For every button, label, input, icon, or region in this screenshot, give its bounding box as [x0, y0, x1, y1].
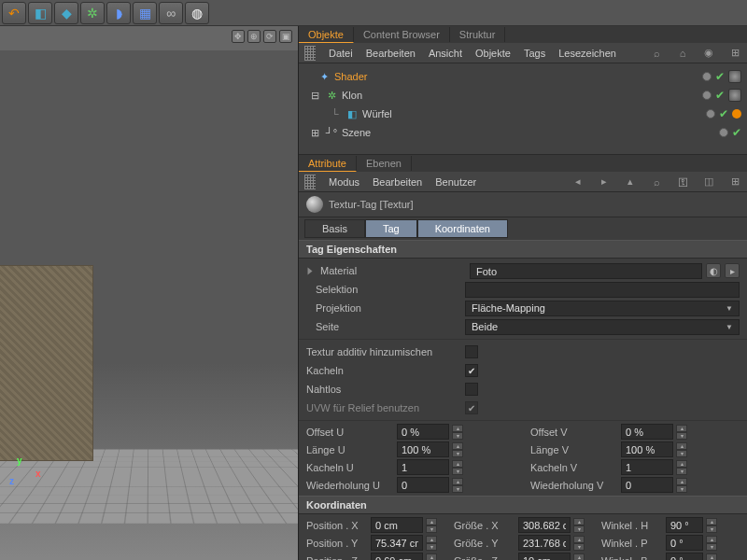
kacheln-v-field[interactable] [621, 459, 673, 475]
spinner[interactable]: ▴▾ [426, 536, 437, 551]
winkel-h-field[interactable] [666, 517, 703, 533]
vp-orbit-icon[interactable]: ⟳ [263, 30, 276, 43]
plus-icon[interactable]: ⊞ [728, 47, 741, 60]
grip-icon[interactable] [304, 46, 316, 61]
spinner[interactable]: ▴▾ [676, 478, 687, 493]
material-preview-icon[interactable]: ◐ [706, 263, 721, 278]
wiederholung-u-field[interactable] [397, 477, 449, 493]
expand-icon[interactable]: ⊟ [308, 89, 321, 102]
vp-pan-icon[interactable]: ✥ [232, 30, 245, 43]
tab-attribute[interactable]: Attribute [299, 156, 357, 172]
spinner[interactable]: ▴▾ [452, 478, 463, 493]
subtab-basis[interactable]: Basis [304, 219, 365, 238]
spinner[interactable]: ▴▾ [573, 553, 585, 561]
tree-szene[interactable]: Szene [342, 127, 371, 138]
eye-icon[interactable]: ◉ [702, 47, 715, 60]
cube-tool[interactable]: ◧ [28, 2, 52, 24]
menu-edit[interactable]: Bearbeiten [366, 48, 416, 59]
tree-shader[interactable]: Shader [334, 71, 367, 82]
expand-icon[interactable]: ⊞ [308, 126, 321, 139]
spinner[interactable]: ▴▾ [706, 518, 717, 533]
tab-structure[interactable]: Struktur [450, 27, 506, 42]
spinner[interactable]: ▴▾ [573, 518, 585, 533]
tab-layers[interactable]: Ebenen [357, 156, 412, 171]
spinner[interactable]: ▴▾ [676, 442, 687, 457]
wiederholung-v-field[interactable] [621, 477, 673, 493]
spinner[interactable]: ▴▾ [452, 442, 463, 457]
texadd-checkbox[interactable] [465, 345, 478, 358]
laenge-v-field[interactable] [621, 441, 673, 457]
menu-file[interactable]: Datei [329, 48, 353, 59]
object-tree[interactable]: ✦Shader✔ ⊟✲Klon✔ └◧Würfel✔ ⊞┘°Szene✔ [299, 63, 747, 155]
floor-tool[interactable]: ▦ [133, 2, 157, 24]
texture-tag-icon[interactable] [728, 70, 741, 83]
kacheln-checkbox[interactable]: ✔ [465, 364, 478, 377]
spinner[interactable]: ▴▾ [676, 460, 687, 475]
subtab-tag[interactable]: Tag [365, 219, 417, 238]
texture-tag-icon[interactable] [728, 89, 741, 102]
vp-zoom-icon[interactable]: ⊕ [247, 30, 261, 43]
spinner[interactable]: ▴▾ [426, 553, 437, 561]
bend-tool[interactable]: ◗ [106, 2, 131, 24]
phong-tag-icon[interactable] [732, 109, 741, 119]
subtab-koord[interactable]: Koordinaten [417, 219, 508, 238]
search-icon[interactable]: ⌕ [650, 47, 663, 60]
spinner[interactable]: ▴▾ [706, 536, 717, 551]
spinner[interactable]: ▴▾ [573, 536, 585, 551]
groesse-x-field[interactable] [518, 517, 571, 533]
menu-mode[interactable]: Modus [329, 176, 359, 188]
menu-tags[interactable]: Tags [524, 48, 545, 59]
viewport-3d[interactable]: ✥ ⊕ ⟳ ▣ xyz [0, 26, 299, 560]
lbl-grz: Größe . Z [454, 555, 515, 561]
tab-content-browser[interactable]: Content Browser [354, 27, 450, 42]
panel-tabs-top: Objekte Content Browser Struktur [299, 26, 747, 43]
position-z-field[interactable] [371, 553, 423, 560]
new-icon[interactable]: ◫ [702, 175, 715, 189]
nahtlos-checkbox[interactable] [465, 383, 478, 396]
menu-objects[interactable]: Objekte [475, 48, 511, 59]
lock-icon[interactable]: ⚿ [676, 175, 689, 189]
laenge-u-field[interactable] [397, 441, 449, 457]
kacheln-u-field[interactable] [397, 459, 449, 475]
winkel-b-field[interactable] [666, 553, 703, 560]
vp-max-icon[interactable]: ▣ [279, 30, 292, 43]
camera-tool[interactable]: ∞ [159, 2, 183, 24]
spinner[interactable]: ▴▾ [706, 553, 717, 561]
spinner[interactable]: ▴▾ [452, 425, 463, 440]
position-x-field[interactable] [371, 517, 423, 533]
menu-view[interactable]: Ansicht [429, 48, 462, 59]
material-picker-icon[interactable]: ▸ [725, 263, 740, 278]
undo-icon[interactable]: ↶ [2, 2, 26, 24]
menu-bookmarks[interactable]: Lesezeichen [558, 48, 616, 59]
spinner[interactable]: ▴▾ [452, 460, 463, 475]
fwd-icon[interactable]: ▸ [598, 175, 611, 189]
light-tool[interactable]: ◍ [185, 2, 209, 24]
groesse-y-field[interactable] [518, 535, 571, 551]
tree-klon[interactable]: Klon [342, 90, 362, 101]
winkel-p-field[interactable] [666, 535, 703, 551]
offset-v-field[interactable] [621, 424, 673, 440]
menu-user[interactable]: Benutzer [435, 176, 476, 188]
selektion-field[interactable] [465, 282, 740, 298]
seite-dropdown[interactable]: Beide [465, 319, 740, 335]
up-icon[interactable]: ▴ [624, 175, 637, 189]
tree-wuerfel[interactable]: Würfel [362, 108, 392, 119]
lbl-offv: Offset V [530, 427, 618, 438]
prim-tool[interactable]: ◆ [54, 2, 78, 24]
spinner[interactable]: ▴▾ [426, 518, 437, 533]
search-icon[interactable]: ⌕ [650, 175, 663, 189]
position-y-field[interactable] [371, 535, 423, 551]
plus-icon[interactable]: ⊞ [728, 175, 741, 189]
cloner-tool[interactable]: ✲ [80, 2, 105, 24]
back-icon[interactable]: ◂ [571, 175, 585, 189]
groesse-z-field[interactable] [518, 553, 571, 560]
expand-icon[interactable] [308, 267, 313, 274]
home-icon[interactable]: ⌂ [676, 47, 689, 60]
menu-edit[interactable]: Bearbeiten [373, 176, 422, 188]
grip-icon[interactable] [304, 175, 316, 189]
projektion-dropdown[interactable]: Fläche-Mapping [465, 301, 740, 316]
offset-u-field[interactable] [397, 424, 449, 440]
material-field[interactable]: Foto [470, 263, 702, 279]
spinner[interactable]: ▴▾ [676, 425, 687, 440]
tab-objects[interactable]: Objekte [299, 27, 354, 43]
